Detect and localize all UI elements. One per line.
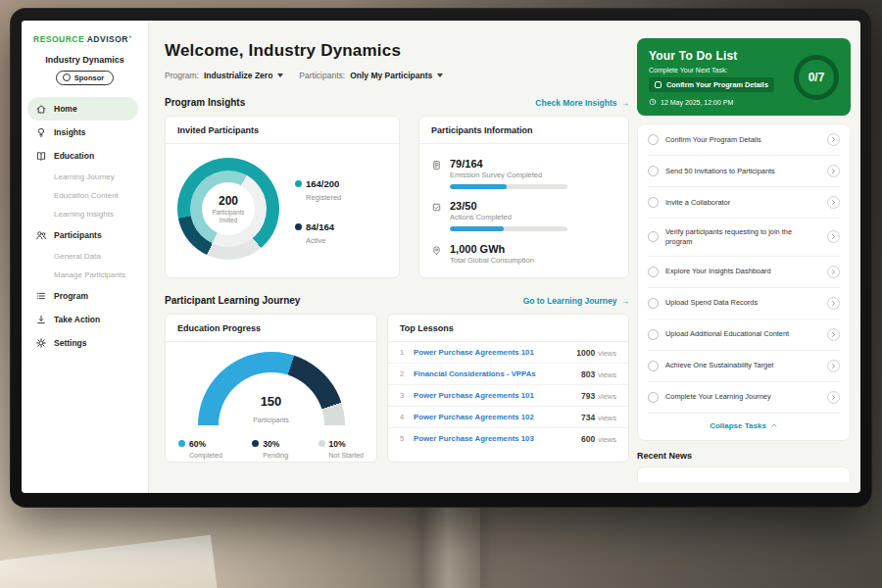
- sidebar-item-settings[interactable]: Settings: [22, 331, 148, 355]
- legend-value: 164/200: [306, 178, 339, 189]
- chevron-up-icon: [770, 421, 778, 429]
- chevron-right-icon[interactable]: [827, 133, 840, 146]
- task-row[interactable]: Invite a Collaborator: [648, 187, 840, 219]
- gauge-center-caption: Participants: [253, 416, 289, 423]
- sidebar-item-participants[interactable]: Participants: [22, 223, 148, 247]
- chevron-right-icon[interactable]: [827, 297, 840, 310]
- task-row[interactable]: Send 50 Invitations to Participants: [648, 156, 840, 187]
- sidebar-item-home[interactable]: Home: [27, 97, 138, 121]
- logo-plus: +: [128, 33, 132, 39]
- go-to-learning-journey-link[interactable]: Go to Learning Journey →: [523, 296, 629, 306]
- sidebar-item-label: Participants: [54, 230, 102, 240]
- section-title: Participant Learning Journey: [165, 295, 300, 306]
- sidebar-item-education-content[interactable]: Education Content: [22, 186, 148, 205]
- sidebar-item-insights[interactable]: Insights: [22, 121, 148, 144]
- chevron-right-icon[interactable]: [827, 266, 840, 278]
- sidebar-item-label: Insights: [54, 127, 86, 137]
- lesson-link[interactable]: Financial Considerations - VPPAs: [414, 369, 573, 378]
- lesson-link[interactable]: Power Purchase Agreements 102: [414, 413, 573, 421]
- lesson-views: 600views: [581, 434, 616, 444]
- legend-item-pending: 30% Pending: [252, 433, 288, 459]
- legend-label: Active: [306, 236, 341, 245]
- location-pin-icon: [431, 245, 442, 256]
- gear-icon: [35, 337, 47, 349]
- logo-text-secondary: ADVISOR: [87, 34, 128, 44]
- book-icon: [35, 150, 47, 162]
- views-count: 803: [581, 369, 595, 379]
- task-checkbox[interactable]: [648, 392, 659, 403]
- legend-dot: [178, 440, 185, 447]
- card-title: Top Lessons: [388, 315, 628, 342]
- task-checkbox[interactable]: [648, 298, 659, 309]
- progress-bar-fill: [450, 226, 504, 231]
- sidebar-item-label: General Data: [54, 252, 101, 261]
- task-row[interactable]: Complete Your Learning Journey: [648, 382, 840, 414]
- sidebar-item-label: Program: [54, 291, 88, 301]
- lesson-link[interactable]: Power Purchase Agreements 101: [414, 348, 568, 357]
- chevron-right-icon[interactable]: [827, 391, 840, 404]
- people-icon: [35, 229, 47, 241]
- chevron-right-icon[interactable]: [827, 328, 840, 341]
- views-suffix: views: [598, 349, 616, 358]
- task-row[interactable]: Explore Your Insights Dashboard: [648, 257, 840, 288]
- chevron-right-icon[interactable]: [827, 165, 840, 177]
- sidebar-item-learning-journey[interactable]: Learning Journey: [22, 168, 148, 186]
- next-task-label: Confirm Your Program Details: [666, 80, 768, 89]
- list-icon: [35, 290, 47, 302]
- task-row[interactable]: Confirm Your Program Details: [648, 124, 840, 156]
- chevron-right-icon[interactable]: [827, 360, 840, 372]
- card-title: Invited Participants: [166, 117, 399, 144]
- lesson-link[interactable]: Power Purchase Agreements 103: [414, 434, 573, 443]
- invited-participants-donut: 200 Participants Invited: [177, 158, 279, 260]
- sidebar-item-take-action[interactable]: Take Action: [22, 308, 148, 331]
- task-row[interactable]: Upload Spend Data Records: [648, 288, 840, 319]
- sidebar-item-program[interactable]: Program: [22, 284, 148, 308]
- chevron-right-icon[interactable]: [827, 230, 840, 243]
- legend-item-registered: 164/200 Registered: [295, 173, 341, 202]
- task-checkbox[interactable]: [648, 197, 659, 208]
- legend-item-not-started: 10% Not Started: [318, 433, 364, 459]
- check-more-insights-link[interactable]: Check More Insights →: [535, 98, 629, 108]
- sidebar-item-label: Education: [54, 151, 94, 161]
- lesson-link[interactable]: Power Purchase Agreements 101: [414, 391, 573, 400]
- task-checkbox[interactable]: [648, 166, 659, 176]
- participants-select[interactable]: Only My Participants: [350, 71, 443, 80]
- task-checkbox[interactable]: [648, 267, 659, 277]
- views-count: 600: [581, 434, 595, 444]
- task-label: Complete Your Learning Journey: [665, 392, 820, 402]
- task-checkbox[interactable]: [648, 231, 659, 242]
- info-label: Emission Survey Completed: [450, 171, 567, 179]
- chevron-right-icon[interactable]: [827, 196, 840, 209]
- sidebar-item-label: Home: [54, 104, 77, 114]
- lesson-views: 803views: [581, 369, 616, 379]
- info-row-content: 23/50 Actions Completed: [450, 200, 567, 231]
- info-row-emission-survey: 79/164 Emission Survey Completed: [419, 158, 628, 189]
- todo-summary-card: Your To Do List Complete Your Next Task:…: [637, 38, 851, 116]
- sidebar-item-general-data[interactable]: General Data: [22, 247, 148, 266]
- info-value: 23/50: [450, 200, 567, 212]
- lesson-row: 4 Power Purchase Agreements 102 734views: [388, 407, 628, 428]
- next-task-pill[interactable]: Confirm Your Program Details: [649, 77, 774, 92]
- sidebar-item-manage-participants[interactable]: Manage Participants: [22, 266, 148, 284]
- program-select[interactable]: Industrialize Zero: [204, 71, 283, 80]
- legend-dot: [295, 223, 302, 230]
- views-suffix: views: [598, 435, 616, 444]
- info-row-content: 79/164 Emission Survey Completed: [450, 158, 567, 189]
- task-checkbox[interactable]: [648, 361, 659, 371]
- task-checkbox[interactable]: [648, 134, 659, 145]
- todo-progress-value: 0/7: [808, 71, 825, 84]
- task-row[interactable]: Upload Additional Educational Content: [648, 319, 840, 351]
- task-row[interactable]: Verify participants requesting to join t…: [648, 219, 840, 257]
- clock-icon: [649, 98, 657, 106]
- task-label: Upload Spend Data Records: [665, 298, 820, 308]
- views-suffix: views: [598, 414, 616, 422]
- task-checkbox[interactable]: [648, 329, 659, 340]
- collapse-tasks-button[interactable]: Collapse Tasks: [710, 414, 778, 440]
- task-row[interactable]: Achieve One Sustainability Target: [648, 351, 840, 382]
- sidebar-item-education[interactable]: Education: [22, 144, 148, 168]
- sidebar-item-label: Education Content: [54, 191, 119, 200]
- dashboard-screen: RESOURCE ADVISOR+ Industry Dynamics Spon…: [22, 21, 860, 493]
- sidebar-item-learning-insights[interactable]: Learning Insights: [22, 205, 148, 223]
- lesson-views: 793views: [581, 391, 616, 401]
- sponsor-badge[interactable]: Sponsor: [56, 71, 114, 85]
